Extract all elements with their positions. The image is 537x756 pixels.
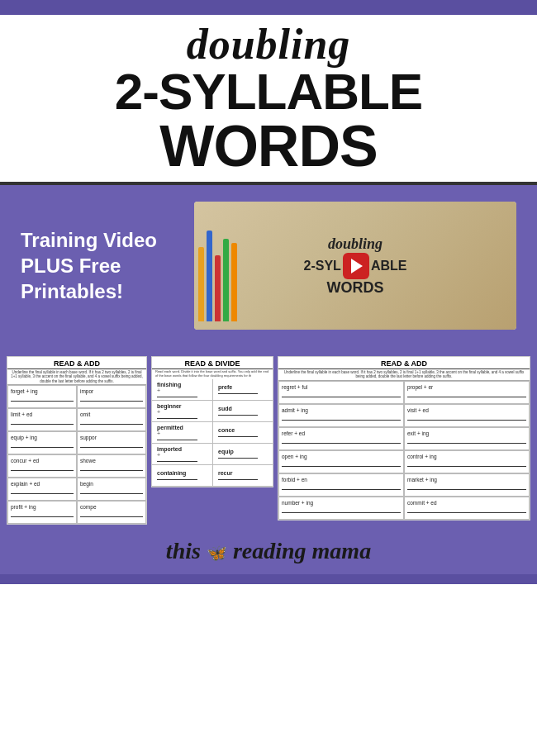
title-doubling: doubling xyxy=(17,23,520,66)
table-row: containing xyxy=(152,465,212,487)
table-row: suppor xyxy=(77,431,146,454)
table-row: begin xyxy=(77,478,146,501)
table-row: propel + er xyxy=(404,381,530,404)
ws-left-subtext: Underline the final syllable in each bas… xyxy=(7,369,146,385)
ws-right-subtext: Underline the final syllable in each bas… xyxy=(278,369,530,381)
title-syllable: 2-SYLLABLE xyxy=(17,66,520,117)
table-row: forget + ing xyxy=(7,385,77,408)
title-section: doubling 2-SYLLABLE WORDS xyxy=(0,15,537,185)
table-row: permitted + xyxy=(152,422,212,444)
word-beginner: beginner xyxy=(157,403,207,409)
logo-area: this 🦋 reading mama xyxy=(0,525,537,574)
table-row: forbid + en xyxy=(278,473,404,497)
table-row: profit + ing xyxy=(7,501,77,524)
table-row: beginner + xyxy=(152,401,212,422)
ws-right-header: READ & ADD xyxy=(278,357,530,369)
table-row: omit xyxy=(77,408,146,431)
table-row: exit + ing xyxy=(404,427,530,450)
table-row: admit + ing xyxy=(278,404,404,427)
table-row: open + ing xyxy=(278,450,404,473)
ws-left-header: READ & ADD xyxy=(7,357,146,369)
table-row: impor xyxy=(77,385,146,408)
promo-text: Training Video PLUS Free Printables! xyxy=(21,227,178,305)
logo-text: this 🦋 reading mama xyxy=(166,540,371,563)
title-words: WORDS xyxy=(17,117,520,175)
table-row: refer + ed xyxy=(278,427,404,450)
table-row: equip + ing xyxy=(7,431,77,454)
table-row: compe xyxy=(77,501,146,524)
play-icon xyxy=(351,259,363,273)
logo-inner: this 🦋 reading mama xyxy=(166,540,371,563)
ws-center-header: READ & DIVIDE xyxy=(152,357,273,369)
ws-center-grid: finishing + prefe beginner + sudd xyxy=(152,379,273,487)
table-row: concur + ed xyxy=(7,454,77,478)
table-row: market + ing xyxy=(404,473,530,497)
word-containing: containing xyxy=(157,470,207,476)
worksheets-row: READ & ADD Underline the final syllable … xyxy=(7,356,530,525)
logo-text-this: this xyxy=(166,538,207,563)
table-row: limit + ed xyxy=(7,408,77,431)
video-content: doubling 2-SYL ABLE WORDS xyxy=(304,235,407,297)
video-thumbnail[interactable]: doubling 2-SYL ABLE WORDS xyxy=(194,202,516,330)
table-row: recur xyxy=(212,465,273,487)
table-row: prefe xyxy=(212,379,273,401)
worksheet-center: READ & DIVIDE Read each word. Divide it … xyxy=(151,356,273,487)
table-row: finishing + xyxy=(152,379,212,401)
ws-right-grid: regret + ful propel + er admit + ing vis… xyxy=(278,381,530,520)
video-title-syllable: 2-SYL ABLE xyxy=(304,253,407,279)
table-row: sudd xyxy=(212,401,273,422)
logo-text-reading: reading mama xyxy=(233,538,371,563)
pencils-decoration xyxy=(198,202,244,330)
table-row: commit + ed xyxy=(404,497,530,520)
top-border-strip xyxy=(0,0,537,15)
play-button[interactable] xyxy=(343,253,369,279)
syllable-prefix: 2-SYL xyxy=(304,259,341,273)
worksheets-section: READ & ADD Underline the final syllable … xyxy=(0,346,537,525)
worksheet-right: READ & ADD Underline the final syllable … xyxy=(278,356,530,521)
word-finishing: finishing xyxy=(157,382,207,388)
syllable-suffix: ABLE xyxy=(371,259,407,273)
table-row: imported + xyxy=(152,444,212,465)
logo-butterfly-icon: 🦋 xyxy=(207,544,227,562)
word-imported: imported xyxy=(157,446,207,452)
video-title-doubling: doubling xyxy=(304,235,407,253)
table-row: conce xyxy=(212,422,273,444)
table-row: equip xyxy=(212,444,273,465)
word-permitted: permitted xyxy=(157,425,207,430)
table-row: number + ing xyxy=(278,497,404,520)
table-row: explain + ed xyxy=(7,478,77,501)
table-row: control + ing xyxy=(404,450,530,473)
video-title-words: WORDS xyxy=(304,279,407,297)
worksheet-left: READ & ADD Underline the final syllable … xyxy=(7,356,147,525)
table-row: visit + ed xyxy=(404,404,530,427)
bottom-strip xyxy=(0,574,537,584)
ws-left-grid: forget + ing impor limit + ed omit equip… xyxy=(7,385,146,524)
table-row: regret + ful xyxy=(278,381,404,404)
ws-center-subtext: Read each word. Divide it into the base … xyxy=(152,369,273,379)
table-row: showe xyxy=(77,454,146,478)
promo-section: Training Video PLUS Free Printables! dou… xyxy=(0,185,537,346)
